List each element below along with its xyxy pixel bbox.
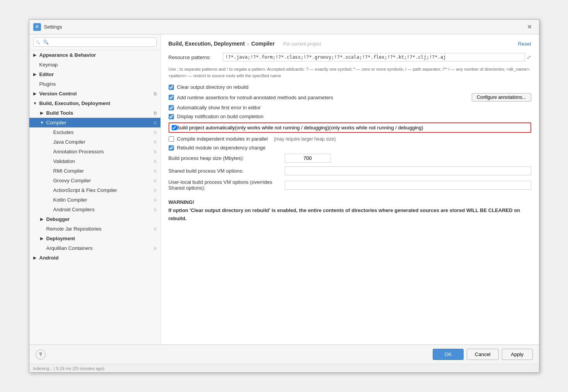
fields-container: Build process heap size (Mbytes):Shared … [169,154,531,191]
sidebar-item-android-compilers[interactable]: Android Compilers⎘ [29,205,160,214]
warning-body: If option 'Clear output directory on reb… [169,207,520,221]
resource-patterns-input[interactable] [223,53,525,61]
checkbox-row-display-notification: Display notification on build completion [169,114,531,119]
hint-right-compile-parallel: (may require larger heap size) [274,136,336,142]
sidebar-item-label: Android [39,255,59,261]
reset-link[interactable]: Reset [518,41,531,47]
help-button[interactable]: ? [36,350,46,360]
hint-right-build-auto: (only works while not running / debuggin… [235,125,329,131]
sidebar-item-kotlin-compiler[interactable]: Kotlin Compiler⎘ [29,195,160,205]
copy-icon: ⎘ [154,120,157,125]
sidebar-item-label: Compiler [46,120,67,126]
copy-icon: ⎘ [154,188,157,193]
sidebar-item-build-exec-deploy[interactable]: ▼Build, Execution, Deployment [29,98,160,108]
field-input-shared-vm[interactable] [285,166,531,175]
arrow-icon: ▼ [40,120,45,125]
sidebar-item-label: Build, Execution, Deployment [39,100,110,106]
field-row-user-local-vm: User-local build process VM options (ove… [169,179,531,191]
breadcrumb-parent: Build, Execution, Deployment [169,41,245,47]
checkbox-add-runtime[interactable] [169,95,174,100]
field-input-heap-size[interactable] [285,154,331,163]
checkbox-auto-show-error[interactable] [169,105,174,110]
sidebar-item-label: Build Tools [46,110,73,116]
sidebar-item-label: Debugger [46,216,70,222]
sidebar-item-label: Plugins [39,81,56,87]
warning-title: WARNING! [169,199,194,205]
ok-button[interactable]: OK [433,349,464,360]
sidebar-item-excludes[interactable]: Excludes⎘ [29,127,160,137]
copy-icon: ⎘ [154,178,157,183]
resource-patterns-label: Resource patterns: [169,54,223,60]
sidebar-item-actionscript-flex[interactable]: ActionScript & Flex Compiler⎘ [29,185,160,195]
search-input[interactable] [33,37,157,47]
sidebar-item-plugins[interactable]: Plugins [29,79,160,89]
sidebar-item-remote-jar[interactable]: Remote Jar Repositories⎘ [29,224,160,234]
checkbox-display-notification[interactable] [169,114,174,119]
arrow-icon: ▶ [33,92,38,96]
sidebar-item-label: Editor [39,71,54,77]
sidebar-item-rmi-compiler[interactable]: RMI Compiler⎘ [29,166,160,176]
checkbox-label-auto-show-error: Automatically show first error in editor [177,105,261,110]
sidebar-item-android[interactable]: ▶Android [29,253,160,263]
status-text: Indexing... | 5:19 ms (25 minutes ago) [33,366,104,371]
search-box [29,34,160,50]
close-button[interactable]: ✕ [524,22,535,32]
field-row-shared-vm: Shared build process VM options: [169,166,531,175]
sidebar-item-label: ActionScript & Flex Compiler [53,187,117,193]
arrow-icon: ▶ [33,256,38,260]
copy-icon: ⎘ [154,227,157,231]
checkbox-clear-output[interactable] [169,85,174,90]
checkbox-row-rebuild-module: Rebuild module on dependency change [169,145,531,151]
sidebar-item-label: Java Compiler [53,139,85,145]
sidebar-item-compiler[interactable]: ▼Compiler⎘ [29,118,160,127]
copy-icon: ⎘ [154,246,157,251]
sidebar-item-label: Deployment [46,236,75,241]
copy-icon: ⎘ [154,130,157,135]
cancel-button[interactable]: Cancel [467,349,498,360]
field-label-user-local-vm: User-local build process VM options (ove… [169,179,285,191]
checkbox-row-build-auto: Build project automatically (only works … [169,122,531,133]
configure-annotations-button[interactable]: Configure annotations... [472,93,531,102]
breadcrumb-separator: › [247,41,249,47]
arrow-icon: ▶ [40,111,45,115]
checkbox-build-auto[interactable] [172,125,177,130]
sidebar-item-groovy-compiler[interactable]: Groovy Compiler⎘ [29,176,160,185]
copy-icon: ⎘ [154,198,157,202]
sidebar-item-version-control[interactable]: ▶Version Control⎘ [29,89,160,98]
checkbox-label-add-runtime: Add runtime assertions for notnull-annot… [177,95,333,100]
sidebar-item-editor[interactable]: ▶Editor [29,70,160,79]
warning-box: WARNING! If option 'Clear output directo… [169,199,531,222]
sidebar-item-label: Annotation Processors [53,149,104,154]
checkbox-row-add-runtime: Add runtime assertions for notnull-annot… [169,93,531,102]
sidebar-item-label: Validation [53,158,75,164]
sidebar-item-keymap[interactable]: Keymap [29,60,160,70]
sidebar-item-annotation-processors[interactable]: Annotation Processors⎘ [29,147,160,156]
field-input-user-local-vm[interactable] [285,181,531,190]
checkbox-label-display-notification: Display notification on build completion [177,114,264,119]
sidebar-item-java-compiler[interactable]: Java Compiler⎘ [29,137,160,147]
copy-icon: ⎘ [154,159,157,164]
checkbox-label-clear-output: Clear output directory on rebuild [177,84,249,90]
sidebar-item-arquillian[interactable]: Arquillian Containers⎘ [29,243,160,253]
checkbox-compile-parallel[interactable] [169,136,174,142]
sidebar-item-label: Groovy Compiler [53,178,91,183]
resource-patterns-row: Resource patterns: ⤢ [169,53,531,61]
sidebar-item-label: Appearance & Behavior [39,52,96,58]
sidebar: ▶Appearance & BehaviorKeymap▶EditorPlugi… [29,34,161,344]
content-area: ▶Appearance & BehaviorKeymap▶EditorPlugi… [29,34,539,344]
checkbox-rebuild-module[interactable] [169,145,174,151]
expand-icon[interactable]: ⤢ [527,54,531,60]
sidebar-item-build-tools[interactable]: ▶Build Tools⎘ [29,108,160,118]
status-bar: Indexing... | 5:19 ms (25 minutes ago) [29,364,539,372]
field-label-heap-size: Build process heap size (Mbytes): [169,155,285,161]
sidebar-item-deployment[interactable]: ▶Deployment [29,234,160,243]
checkbox-row-auto-show-error: Automatically show first error in editor [169,105,531,110]
apply-button[interactable]: Apply [502,349,533,360]
hint-right-build-auto: (only works while not running / debuggin… [329,125,423,131]
sidebar-item-validation[interactable]: Validation⎘ [29,156,160,166]
sidebar-item-appearance[interactable]: ▶Appearance & Behavior [29,50,160,60]
copy-icon: ⎘ [154,111,157,115]
sidebar-item-label: Excludes [53,129,74,135]
checkbox-label-compile-parallel: Compile independent modules in parallel [177,136,268,142]
sidebar-item-debugger[interactable]: ▶Debugger [29,214,160,224]
